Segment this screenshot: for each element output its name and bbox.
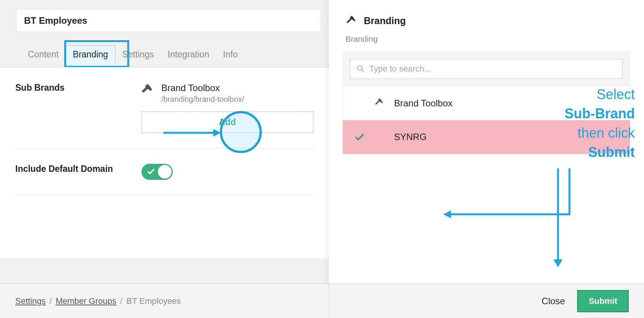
svg-marker-13: [443, 210, 451, 218]
footer: Settings / Member Groups / BT Employees …: [0, 284, 644, 318]
brand-list: Brand Toolbox SYNRG: [342, 86, 630, 154]
footer-divider: [329, 284, 329, 318]
check-icon: [354, 132, 365, 142]
brand-path: /branding/brand-toolbox/: [161, 95, 244, 104]
brand-name: Brand Toolbox: [161, 83, 244, 93]
search-icon: [357, 65, 365, 73]
right-panel-subtitle: Branding: [329, 31, 644, 51]
hammer-icon: [139, 82, 156, 99]
breadcrumb-current: BT Employees: [127, 296, 181, 306]
subbrands-row: Sub Brands Brand Toolbox /branding/brand…: [0, 67, 329, 133]
breadcrumb-settings[interactable]: Settings: [15, 296, 46, 306]
default-domain-row: Include Default Domain: [0, 148, 329, 180]
right-panel-title: Branding: [364, 15, 406, 26]
close-button[interactable]: Close: [542, 296, 565, 307]
default-domain-body: [141, 164, 313, 180]
tabs: Content Branding Settings Integration In…: [21, 45, 245, 64]
svg-rect-12: [375, 101, 380, 105]
tab-branding[interactable]: Branding: [66, 45, 115, 64]
breadcrumb-separator: /: [50, 296, 52, 306]
submit-button[interactable]: Submit: [577, 290, 629, 312]
right-header: Branding: [329, 0, 644, 31]
check-icon: [147, 167, 155, 176]
add-button-label: Add: [219, 117, 236, 127]
toggle-knob: [158, 165, 172, 179]
subbrands-body: Brand Toolbox /branding/brand-toolbox/ A…: [141, 83, 313, 133]
svg-point-8: [358, 66, 362, 70]
tab-integration[interactable]: Integration: [161, 46, 216, 64]
list-item-synrg[interactable]: SYNRG: [343, 120, 630, 154]
svg-rect-7: [347, 18, 352, 23]
svg-rect-2: [143, 87, 148, 92]
footer-actions: Close Submit: [542, 290, 629, 312]
hammer-icon: [343, 13, 360, 30]
tab-info[interactable]: Info: [216, 46, 244, 64]
search-area: [342, 51, 630, 86]
svg-rect-1: [149, 87, 152, 90]
breadcrumb: Settings / Member Groups / BT Employees: [15, 296, 181, 306]
main-content: Sub Brands Brand Toolbox /branding/brand…: [0, 67, 329, 258]
brand-text: Brand Toolbox /branding/brand-toolbox/: [161, 83, 244, 104]
list-item-label: Brand Toolbox: [394, 98, 453, 109]
subbrands-label: Sub Brands: [15, 83, 141, 133]
add-button[interactable]: Add: [141, 111, 313, 133]
search-input-wrap: [350, 59, 623, 79]
breadcrumb-separator: /: [120, 296, 123, 306]
list-item-brand-toolbox[interactable]: Brand Toolbox: [343, 86, 630, 120]
right-panel: Branding Branding Brand Toolbox: [329, 0, 644, 318]
tab-content[interactable]: Content: [21, 46, 66, 64]
brand-item[interactable]: Brand Toolbox /branding/brand-toolbox/: [141, 83, 313, 104]
group-title-input[interactable]: [16, 9, 321, 32]
hammer-icon: [372, 96, 387, 111]
left-panel: Content Branding Settings Integration In…: [0, 0, 329, 318]
default-domain-label: Include Default Domain: [15, 164, 141, 180]
search-input[interactable]: [369, 64, 616, 74]
annotation-arrow-to-synrg: [440, 168, 573, 222]
default-domain-toggle[interactable]: [141, 164, 173, 180]
svg-marker-15: [553, 259, 563, 267]
list-item-label: SYNRG: [394, 132, 427, 142]
svg-line-9: [362, 70, 363, 72]
tab-settings[interactable]: Settings: [115, 46, 161, 64]
annotation-arrow-to-submit: [547, 168, 569, 268]
divider-2: [15, 195, 313, 196]
breadcrumb-member-groups[interactable]: Member Groups: [56, 296, 117, 306]
